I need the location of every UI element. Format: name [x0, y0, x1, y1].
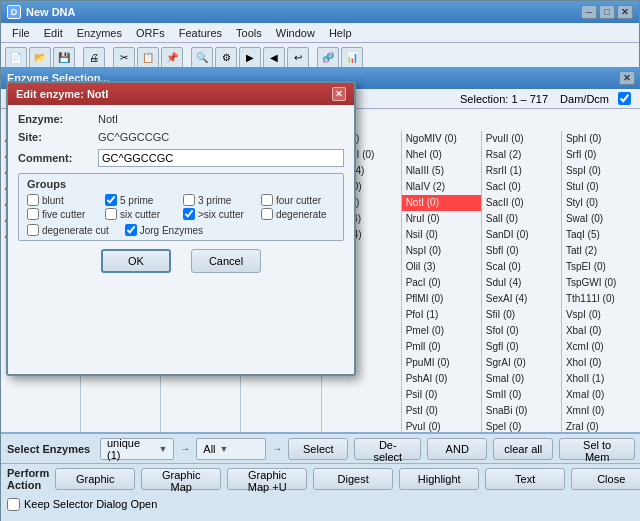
list-item[interactable]: SnaBi (0)	[482, 403, 561, 419]
tb-print[interactable]: 🖨	[83, 47, 105, 69]
list-item[interactable]: SduI (4)	[482, 275, 561, 291]
list-item[interactable]: SgrAI (0)	[482, 355, 561, 371]
dam-dcm-checkbox[interactable]	[618, 92, 631, 105]
cb-degen-cut-input[interactable]	[27, 224, 39, 236]
ok-button[interactable]: OK	[101, 249, 171, 273]
list-item[interactable]: OliI (3)	[402, 259, 481, 275]
list-item-noti[interactable]: NotI (0)	[402, 195, 481, 211]
cb-fourcutter-input[interactable]	[261, 194, 273, 206]
minimize-button[interactable]: ─	[581, 5, 597, 19]
list-item[interactable]: SrfI (0)	[562, 147, 640, 163]
list-item[interactable]: SexAI (4)	[482, 291, 561, 307]
clear-all-button[interactable]: clear all	[493, 438, 553, 460]
list-item[interactable]: XmnI (0)	[562, 403, 640, 419]
list-item[interactable]: RsrII (1)	[482, 163, 561, 179]
cb-3prime-input[interactable]	[183, 194, 195, 206]
select-button[interactable]: Select	[288, 438, 348, 460]
tb-btn1[interactable]: 🔍	[191, 47, 213, 69]
enzyme-close-btn[interactable]: ✕	[619, 71, 635, 85]
menu-file[interactable]: File	[5, 25, 37, 41]
list-item[interactable]: PacI (0)	[402, 275, 481, 291]
list-item[interactable]: PmlI (0)	[402, 339, 481, 355]
list-item[interactable]: SphI (0)	[562, 131, 640, 147]
maximize-button[interactable]: □	[599, 5, 615, 19]
list-item[interactable]: ScaI (0)	[482, 259, 561, 275]
list-item[interactable]: PstI (0)	[402, 403, 481, 419]
graphic-map-plus-button[interactable]: Graphic Map +U	[227, 468, 307, 490]
menu-orfs[interactable]: ORFs	[129, 25, 172, 41]
list-item[interactable]: NruI (0)	[402, 211, 481, 227]
text-button[interactable]: Text	[485, 468, 565, 490]
cb-fivecutter-input[interactable]	[27, 208, 39, 220]
list-item[interactable]: NlaIV (2)	[402, 179, 481, 195]
menu-edit[interactable]: Edit	[37, 25, 70, 41]
sel-to-mem-button[interactable]: Sel to Mem	[559, 438, 635, 460]
list-item[interactable]: SacII (0)	[482, 195, 561, 211]
digest-button[interactable]: Digest	[313, 468, 393, 490]
list-item[interactable]: RsaI (2)	[482, 147, 561, 163]
graphic-button[interactable]: Graphic	[55, 468, 135, 490]
list-item[interactable]: SbfI (0)	[482, 243, 561, 259]
menu-window[interactable]: Window	[269, 25, 322, 41]
cb-degenerate-input[interactable]	[261, 208, 273, 220]
list-item[interactable]: SmaI (0)	[482, 371, 561, 387]
list-item[interactable]: SfoI (0)	[482, 323, 561, 339]
and-button[interactable]: AND	[427, 438, 487, 460]
list-item[interactable]: TspEI (0)	[562, 259, 640, 275]
menu-help[interactable]: Help	[322, 25, 359, 41]
tb-btn4[interactable]: ◀	[263, 47, 285, 69]
keep-open-checkbox[interactable]	[7, 498, 20, 511]
tb-save[interactable]: 💾	[53, 47, 75, 69]
tb-btn5[interactable]: ↩	[287, 47, 309, 69]
list-item[interactable]: PmeI (0)	[402, 323, 481, 339]
list-item[interactable]: XmaI (0)	[562, 387, 640, 403]
list-item[interactable]: PsiI (0)	[402, 387, 481, 403]
graphic-map-button[interactable]: Graphic Map	[141, 468, 221, 490]
unique-dropdown[interactable]: unique (1) ▼	[100, 438, 174, 460]
list-item[interactable]: SalI (0)	[482, 211, 561, 227]
tb-btn6[interactable]: 🧬	[317, 47, 339, 69]
list-item[interactable]: SspI (0)	[562, 163, 640, 179]
cancel-button[interactable]: Cancel	[191, 249, 261, 273]
list-item[interactable]: TaqI (5)	[562, 227, 640, 243]
list-item[interactable]: Tth111I (0)	[562, 291, 640, 307]
tb-btn3[interactable]: ▶	[239, 47, 261, 69]
tb-cut[interactable]: ✂	[113, 47, 135, 69]
close-button[interactable]: Close	[571, 468, 640, 490]
cb-5prime-input[interactable]	[105, 194, 117, 206]
tb-btn2[interactable]: ⚙	[215, 47, 237, 69]
tb-paste[interactable]: 📌	[161, 47, 183, 69]
list-item[interactable]: XcmI (0)	[562, 339, 640, 355]
list-item[interactable]: SacI (0)	[482, 179, 561, 195]
tb-copy[interactable]: 📋	[137, 47, 159, 69]
all-dropdown[interactable]: All ▼	[196, 438, 266, 460]
list-item[interactable]: PpuMI (0)	[402, 355, 481, 371]
deselect-button[interactable]: De-select	[354, 438, 421, 460]
list-item[interactable]: NspI (0)	[402, 243, 481, 259]
highlight-button[interactable]: Highlight	[399, 468, 479, 490]
list-item[interactable]: SanDI (0)	[482, 227, 561, 243]
list-item[interactable]: TatI (2)	[562, 243, 640, 259]
list-item[interactable]: XbaI (0)	[562, 323, 640, 339]
list-item[interactable]: PvuII (0)	[482, 131, 561, 147]
tb-btn7[interactable]: 📊	[341, 47, 363, 69]
list-item[interactable]: XhoII (1)	[562, 371, 640, 387]
list-item[interactable]: SwaI (0)	[562, 211, 640, 227]
tb-new[interactable]: 📄	[5, 47, 27, 69]
list-item[interactable]: TspGWI (0)	[562, 275, 640, 291]
list-item[interactable]: PflMI (0)	[402, 291, 481, 307]
list-item[interactable]: NgoMIV (0)	[402, 131, 481, 147]
comment-input[interactable]	[98, 149, 344, 167]
list-item[interactable]: PshAI (0)	[402, 371, 481, 387]
list-item[interactable]: SmII (0)	[482, 387, 561, 403]
cb-sixcutter-input[interactable]	[105, 208, 117, 220]
cb-gtsixcutter-input[interactable]	[183, 208, 195, 220]
list-item[interactable]: VspI (0)	[562, 307, 640, 323]
list-item[interactable]: SfiI (0)	[482, 307, 561, 323]
dialog-close-button[interactable]: ✕	[332, 87, 346, 101]
menu-enzymes[interactable]: Enzymes	[70, 25, 129, 41]
menu-tools[interactable]: Tools	[229, 25, 269, 41]
cb-blunt-input[interactable]	[27, 194, 39, 206]
cb-jorg-enz-input[interactable]	[125, 224, 137, 236]
list-item[interactable]: XhoI (0)	[562, 355, 640, 371]
